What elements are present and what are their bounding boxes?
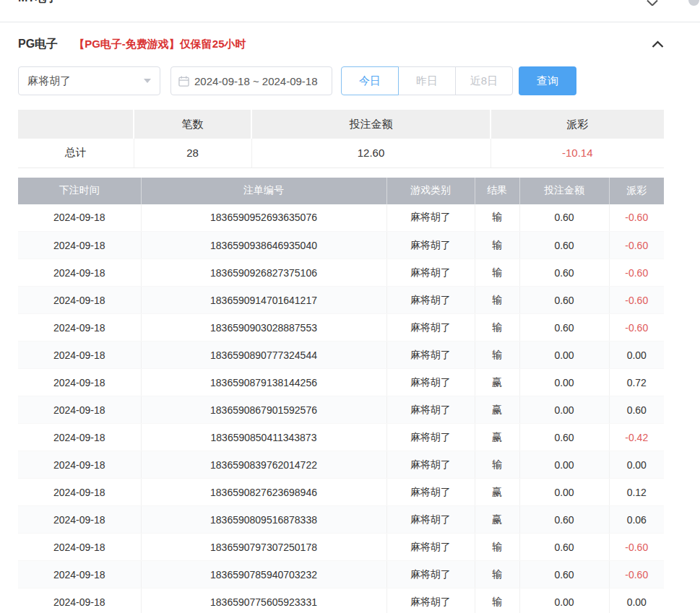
bet-row: 2024-09-181836590938646935040麻将胡了输0.60-0… — [18, 232, 664, 259]
bet-row: 2024-09-181836590827623698946麻将胡了赢0.000.… — [18, 479, 664, 506]
bet-time-cell: 2024-09-18 — [18, 424, 141, 451]
previous-section-title: MT电子 — [18, 0, 58, 6]
summary-payout-value: -10.14 — [491, 139, 664, 168]
bet-amount-cell: 0.00 — [519, 451, 609, 479]
bet-time-cell: 2024-09-18 — [18, 259, 141, 287]
col-header-game-type: 游戏类别 — [386, 178, 475, 204]
bet-row: 2024-09-181836590785940703232麻将胡了输0.60-0… — [18, 561, 664, 588]
col-header-order-number: 注单编号 — [141, 178, 386, 204]
game-select-value: 麻将胡了 — [27, 74, 71, 88]
game-type-cell: 麻将胡了 — [386, 259, 475, 287]
chevron-down-icon[interactable] — [647, 0, 658, 6]
bet-time-cell: 2024-09-18 — [18, 534, 141, 561]
scrollbar-thumb[interactable] — [688, 0, 699, 6]
bet-amount-cell: 0.60 — [519, 506, 609, 534]
result-cell: 输 — [475, 451, 519, 479]
result-cell: 输 — [475, 534, 519, 561]
game-type-cell: 麻将胡了 — [386, 369, 475, 396]
bet-row: 2024-09-181836590839762014722麻将胡了输0.000.… — [18, 451, 664, 479]
game-type-cell: 麻将胡了 — [386, 561, 475, 588]
payout-cell: 0.60 — [609, 396, 664, 424]
bet-row: 2024-09-181836590867901592576麻将胡了赢0.000.… — [18, 396, 664, 424]
bet-time-cell: 2024-09-18 — [18, 232, 141, 259]
game-type-cell: 麻将胡了 — [386, 424, 475, 451]
payout-cell: -0.60 — [609, 314, 664, 342]
game-type-cell: 麻将胡了 — [386, 588, 475, 613]
search-button[interactable]: 查询 — [519, 66, 576, 95]
bet-amount-cell: 0.60 — [519, 204, 609, 232]
bet-amount-cell: 0.00 — [519, 342, 609, 369]
bet-amount-cell: 0.00 — [519, 396, 609, 424]
bet-time-cell: 2024-09-18 — [18, 451, 141, 479]
order-number-cell: 1836590827623698946 — [141, 479, 386, 506]
bet-row: 2024-09-181836590809516878338麻将胡了赢0.600.… — [18, 506, 664, 534]
summary-header-row: 笔数 投注金额 派彩 — [18, 110, 664, 139]
payout-cell: -0.60 — [609, 287, 664, 314]
payout-cell: -0.60 — [609, 534, 664, 561]
bet-amount-cell: 0.60 — [519, 314, 609, 342]
bet-time-cell: 2024-09-18 — [18, 287, 141, 314]
order-number-cell: 1836590809516878338 — [141, 506, 386, 534]
caret-down-icon — [144, 79, 151, 83]
bet-amount-cell: 0.00 — [519, 588, 609, 613]
game-type-cell: 麻将胡了 — [386, 204, 475, 232]
payout-cell: 0.72 — [609, 369, 664, 396]
payout-cell: 0.00 — [609, 451, 664, 479]
bet-time-cell: 2024-09-18 — [18, 506, 141, 534]
summary-total-label: 总计 — [18, 139, 134, 168]
bet-amount-cell: 0.60 — [519, 424, 609, 451]
order-number-cell: 1836590839762014722 — [141, 451, 386, 479]
bets-table-body: 2024-09-181836590952693635076麻将胡了输0.60-0… — [18, 204, 664, 613]
result-cell: 赢 — [475, 479, 519, 506]
result-cell: 输 — [475, 314, 519, 342]
payout-cell: -0.60 — [609, 204, 664, 232]
bet-row: 2024-09-181836590914701641217麻将胡了输0.60-0… — [18, 287, 664, 314]
bet-amount-cell: 0.60 — [519, 534, 609, 561]
previous-section-strip: MT电子 — [18, 0, 682, 6]
result-cell: 输 — [475, 588, 519, 613]
bet-time-cell: 2024-09-18 — [18, 561, 141, 588]
order-number-cell: 1836590903028887553 — [141, 314, 386, 342]
result-cell: 输 — [475, 342, 519, 369]
order-number-cell: 1836590914701641217 — [141, 287, 386, 314]
bet-row: 2024-09-181836590775605923331麻将胡了输0.000.… — [18, 588, 664, 613]
col-header-bet-amount: 投注金额 — [519, 178, 609, 204]
today-button[interactable]: 今日 — [341, 66, 399, 95]
bet-amount-cell: 0.00 — [519, 479, 609, 506]
payout-cell: -0.60 — [609, 232, 664, 259]
bet-row: 2024-09-181836590952693635076麻将胡了输0.60-0… — [18, 204, 664, 232]
summary-count-value: 28 — [134, 139, 251, 168]
section-header: PG电子 【PG电子-免费游戏】仅保留25小时 — [18, 22, 700, 66]
summary-header-count: 笔数 — [134, 110, 251, 139]
last-8-days-button[interactable]: 近8日 — [455, 66, 513, 95]
date-range-value: 2024-09-18 ~ 2024-09-18 — [194, 75, 318, 87]
order-number-cell: 1836590785940703232 — [141, 561, 386, 588]
game-type-cell: 麻将胡了 — [386, 314, 475, 342]
payout-cell: 0.00 — [609, 342, 664, 369]
game-select[interactable]: 麻将胡了 — [18, 66, 160, 95]
payout-cell: -0.60 — [609, 259, 664, 287]
result-cell: 赢 — [475, 424, 519, 451]
summary-header-bet-amount: 投注金额 — [251, 110, 491, 139]
result-cell: 赢 — [475, 369, 519, 396]
betting-records-page: MT电子 PG电子 【PG电子-免费游戏】仅保留25小时 麻将胡了 2024-0… — [0, 0, 700, 613]
bet-amount-cell: 0.60 — [519, 287, 609, 314]
game-type-cell: 麻将胡了 — [386, 232, 475, 259]
result-cell: 赢 — [475, 506, 519, 534]
bets-table: 下注时间 注单编号 游戏类别 结果 投注金额 派彩 2024-09-181836… — [18, 178, 664, 613]
quick-range-group: 今日 昨日 近8日 — [341, 66, 513, 95]
order-number-cell: 1836590879138144256 — [141, 369, 386, 396]
result-cell: 赢 — [475, 396, 519, 424]
order-number-cell: 1836590926827375106 — [141, 259, 386, 287]
col-header-payout: 派彩 — [609, 178, 664, 204]
game-type-cell: 麻将胡了 — [386, 506, 475, 534]
payout-cell: 0.12 — [609, 479, 664, 506]
collapse-section-button[interactable] — [652, 40, 664, 48]
order-number-cell: 1836590797307250178 — [141, 534, 386, 561]
date-range-input[interactable]: 2024-09-18 ~ 2024-09-18 — [170, 66, 332, 95]
summary-header-payout: 派彩 — [491, 110, 664, 139]
summary-total-row: 总计 28 12.60 -10.14 — [18, 139, 664, 168]
payout-cell: -0.60 — [609, 561, 664, 588]
yesterday-button[interactable]: 昨日 — [398, 66, 456, 95]
bet-amount-cell: 0.60 — [519, 561, 609, 588]
